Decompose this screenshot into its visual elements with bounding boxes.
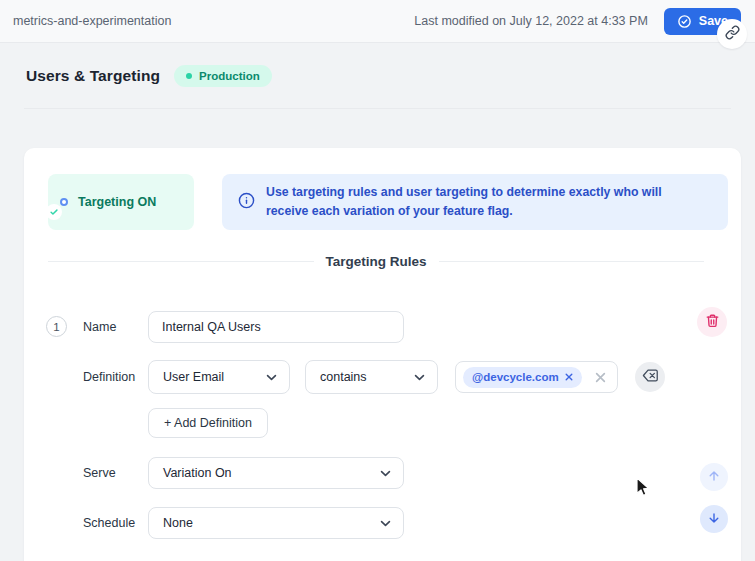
targeting-info-box: Use targeting rules and user targeting t… (222, 174, 728, 230)
breadcrumb: metrics-and-experimentation (13, 14, 171, 28)
schedule-select-value: None (163, 516, 193, 530)
comparator-select[interactable]: contains (305, 360, 438, 394)
move-rule-down-button[interactable] (700, 505, 728, 533)
environment-badge: Production (174, 65, 272, 87)
last-modified-text: Last modified on July 12, 2022 at 4:33 P… (414, 14, 647, 28)
property-select-value: User Email (163, 370, 224, 384)
targeting-card: Targeting ON Use targeting rules and use… (24, 148, 741, 561)
serve-select[interactable]: Variation On (148, 457, 404, 489)
page-title: Users & Targeting (26, 67, 160, 85)
trash-icon (705, 313, 720, 331)
heading-divider-left (48, 261, 314, 262)
arrow-down-icon (707, 511, 721, 528)
toggle-knob (46, 204, 62, 220)
header-divider (24, 108, 731, 109)
rule-name-input[interactable] (148, 311, 404, 343)
page-header: Users & Targeting Production (0, 43, 755, 108)
info-circle-icon (238, 192, 255, 213)
link-icon (725, 25, 740, 43)
definition-values-input[interactable]: @devcycle.com (455, 361, 618, 393)
chevron-down-icon (380, 516, 391, 530)
check-circle-icon (677, 14, 692, 29)
schedule-select[interactable]: None (148, 507, 404, 539)
chevron-down-icon (380, 466, 391, 480)
add-definition-button[interactable]: + Add Definition (148, 408, 268, 438)
property-select[interactable]: User Email (148, 360, 290, 394)
targeting-toggle-box: Targeting ON (48, 174, 194, 230)
targeting-toggle-label: Targeting ON (78, 195, 156, 209)
environment-badge-label: Production (199, 70, 260, 82)
delete-rule-button[interactable] (697, 307, 727, 337)
targeting-toggle[interactable] (60, 198, 68, 206)
comparator-select-value: contains (320, 370, 367, 384)
environment-status-dot (186, 73, 192, 79)
name-field-label: Name (83, 311, 116, 343)
backspace-icon (642, 368, 659, 386)
topbar-right: Last modified on July 12, 2022 at 4:33 P… (414, 8, 741, 35)
value-tag[interactable]: @devcycle.com (463, 367, 582, 388)
targeting-rules-heading-label: Targeting Rules (326, 254, 427, 269)
clear-input-icon[interactable] (595, 372, 606, 383)
targeting-rules-heading: Targeting Rules (48, 250, 704, 272)
serve-select-value: Variation On (163, 466, 232, 480)
heading-divider-right (439, 261, 705, 262)
arrow-up-icon (707, 469, 721, 486)
serve-field-label: Serve (83, 457, 116, 489)
move-rule-up-button[interactable] (700, 463, 728, 491)
rule-number-badge: 1 (46, 316, 67, 337)
copy-link-button[interactable] (717, 19, 747, 49)
topbar: metrics-and-experimentation Last modifie… (0, 0, 755, 43)
definition-field-label: Definition (83, 360, 135, 394)
value-tag-label: @devcycle.com (472, 371, 559, 383)
targeting-info-text: Use targeting rules and user targeting t… (266, 183, 706, 221)
tag-remove-icon[interactable] (565, 371, 573, 383)
schedule-field-label: Schedule (83, 507, 135, 539)
chevron-down-icon (414, 370, 425, 384)
chevron-down-icon (266, 370, 277, 384)
clear-all-values-button[interactable] (635, 362, 665, 392)
